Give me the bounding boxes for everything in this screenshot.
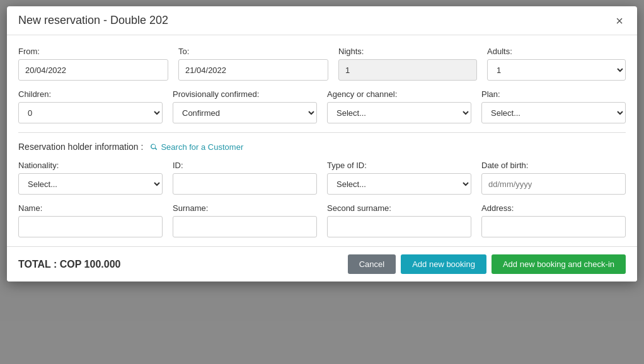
dob-input[interactable] [481,173,626,195]
prov-confirmed-group: Provisionally confirmed: Confirmed Provi… [173,89,317,123]
dob-label: Date of birth: [481,161,626,170]
to-group: To: [178,47,328,81]
footer-buttons: Cancel Add new booking Add new booking a… [348,254,626,274]
prov-confirmed-select[interactable]: Confirmed Provisional Cancelled [173,102,317,123]
second-surname-group: Second surname: [327,203,471,237]
from-label: From: [18,47,168,56]
dates-row: From: To: Nights: Adults: 1 2 3 [18,47,626,81]
name-row: Name: Surname: Second surname: Address: [18,203,626,237]
id-label: ID: [173,161,317,170]
name-label: Name: [18,203,163,213]
second-surname-label: Second surname: [327,203,471,213]
id-input[interactable] [173,173,317,195]
modal-body: From: To: Nights: Adults: 1 2 3 [7,35,637,246]
add-booking-button[interactable]: Add new booking [401,254,486,274]
modal-overlay: New reservation - Double 202 × From: To:… [0,0,644,364]
agency-group: Agency or channel: Select... [327,89,471,123]
address-input[interactable] [481,216,626,237]
surname-input[interactable] [173,216,317,237]
search-icon [149,142,158,151]
nights-group: Nights: [338,47,477,81]
plan-select[interactable]: Select... [481,102,626,123]
reservation-holder-title: Reservation holder information : [18,142,143,152]
address-group: Address: [481,203,626,237]
to-label: To: [178,47,328,56]
type-of-id-select-wrapper: Select... Passport ID Card Driver's Lice… [327,173,471,195]
from-input[interactable] [18,59,168,81]
children-group: Children: 0 1 2 3 [18,89,163,123]
nationality-select-wrapper: Select... [18,173,163,195]
name-group: Name: [18,203,163,237]
modal-title: New reservation - Double 202 [18,14,168,27]
total-label: TOTAL : COP 100.000 [18,259,120,270]
adults-select[interactable]: 1 2 3 4 5 [487,59,626,81]
nationality-select[interactable]: Select... [18,173,163,195]
modal-header: New reservation - Double 202 × [7,6,637,35]
agency-select[interactable]: Select... [327,102,471,123]
modal-dialog: New reservation - Double 202 × From: To:… [7,6,637,282]
plan-label: Plan: [481,89,626,99]
address-label: Address: [481,203,626,213]
nights-input[interactable] [338,59,477,81]
name-input[interactable] [18,216,163,237]
dob-group: Date of birth: [481,161,626,195]
options-row: Children: 0 1 2 3 Provisionally confirme… [18,89,626,123]
modal-footer: TOTAL : COP 100.000 Cancel Add new booki… [7,246,637,282]
prov-confirmed-label: Provisionally confirmed: [173,89,317,99]
surname-label: Surname: [173,203,317,213]
from-group: From: [18,47,168,81]
agency-label: Agency or channel: [327,89,471,99]
adults-label: Adults: [487,47,626,56]
close-button[interactable]: × [613,14,626,27]
nationality-group: Nationality: Select... [18,161,163,195]
reservation-holder-header: Reservation holder information : Search … [18,142,626,152]
search-customer-link[interactable]: Search for a Customer [149,142,243,152]
plan-group: Plan: Select... [481,89,626,123]
type-of-id-select[interactable]: Select... Passport ID Card Driver's Lice… [327,173,471,195]
nights-label: Nights: [338,47,477,56]
type-of-id-label: Type of ID: [327,161,471,170]
to-input[interactable] [178,59,328,81]
id-group: ID: [173,161,317,195]
search-customer-label: Search for a Customer [161,142,243,152]
children-label: Children: [18,89,163,99]
surname-group: Surname: [173,203,317,237]
children-select[interactable]: 0 1 2 3 [18,102,163,123]
type-of-id-group: Type of ID: Select... Passport ID Card D… [327,161,471,195]
add-booking-checkin-button[interactable]: Add new booking and check-in [492,254,626,274]
identity-row: Nationality: Select... ID: Type of ID: [18,161,626,195]
nationality-label: Nationality: [18,161,163,170]
second-surname-input[interactable] [327,216,471,237]
adults-group: Adults: 1 2 3 4 5 [487,47,626,81]
cancel-button[interactable]: Cancel [348,254,396,274]
section-divider [18,132,626,133]
